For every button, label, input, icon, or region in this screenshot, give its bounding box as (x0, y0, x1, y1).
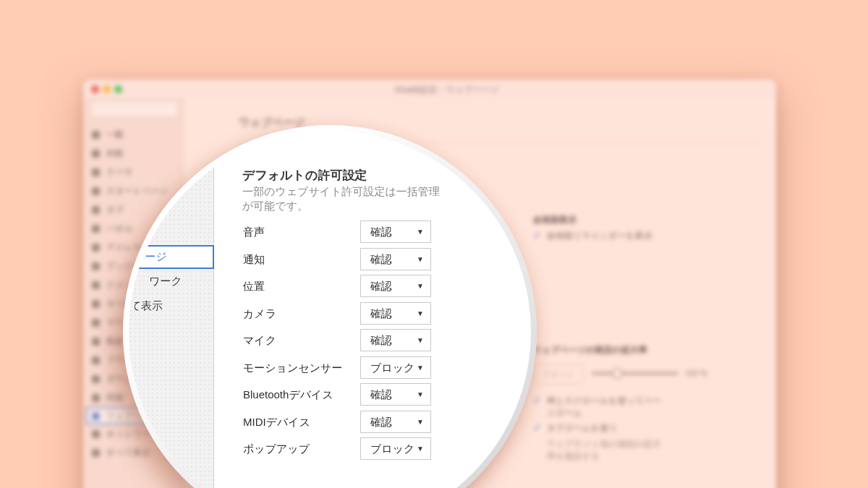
chevron-down-icon: ▼ (417, 411, 424, 432)
window-title: Vivaldi設定：ウェブページ (394, 84, 499, 96)
downloads-icon (92, 375, 100, 383)
sidebar-item-general[interactable]: 一般 (83, 125, 184, 144)
popups-permission-select[interactable]: ブロック ▼ (360, 437, 431, 460)
permission-row-bluetooth: Bluetoothデバイス 確認 ▼ (243, 383, 518, 406)
zoom-window-button[interactable] (114, 85, 122, 93)
sidebar-item-themes[interactable]: テーマ (83, 163, 184, 181)
permission-row-notifications: 通知 確認 ▼ (243, 248, 518, 271)
sync-icon (92, 394, 100, 402)
permissions-section-title: デフォルトの許可設定 (242, 167, 367, 184)
permission-row-midi: MIDIデバイス 確認 ▼ (243, 411, 518, 434)
chevron-down-icon: ▼ (417, 221, 424, 242)
camera-permission-select[interactable]: 確認 ▼ (360, 302, 431, 325)
startpage-icon (92, 187, 100, 195)
bluetooth-permission-select[interactable]: 確認 ▼ (360, 383, 431, 406)
permission-row-popups: ポップアップ ブロック ▼ (243, 437, 518, 461)
search-input[interactable] (90, 101, 178, 117)
close-window-button[interactable] (91, 85, 99, 93)
location-permission-select[interactable]: 確認 ▼ (360, 275, 431, 297)
zoom-value: 100 % (685, 369, 707, 377)
permission-row-location: 位置 確認 ▼ (243, 275, 518, 298)
sidebar-item-appearance[interactable]: 外観 (83, 144, 184, 163)
globe-icon (92, 412, 100, 420)
microphone-permission-select[interactable]: 確認 ▼ (360, 329, 431, 351)
permission-row-camera: カメラ 確認 ▼ (243, 302, 518, 325)
fullscreen-section-title: 全画面表示 (533, 214, 576, 226)
chevron-down-icon: ▼ (417, 275, 424, 296)
checkmark-icon: ✓ (533, 422, 542, 433)
chevron-down-icon: ▼ (417, 357, 424, 378)
minimize-window-button[interactable] (103, 85, 111, 93)
magnified-sidebar-item-network[interactable]: ネットワーク (148, 275, 212, 289)
zoom-section-title: ウェブページの既定の拡大率 (533, 344, 647, 356)
tab-zoom-checkbox[interactable]: ✓ タブズームを使う (533, 422, 662, 435)
meta-scroll-zoom-checkbox[interactable]: ✓ ⌘とスクロールを使ってページズーム (533, 395, 662, 419)
permission-row-motion-sensors: モーションセンサー ブロック ▼ (243, 356, 518, 380)
tab-zoom-note: ウェブサイト毎の個別の拡大率を指定する (547, 438, 670, 463)
sidebar-item-startpage[interactable]: スタートページ (83, 181, 184, 200)
quickcommands-icon (92, 281, 100, 289)
permissions-section-description: 一部のウェブサイト許可設定は一括管理が可能です。 (242, 184, 443, 213)
tabs-icon (92, 206, 100, 214)
bookmarks-icon (92, 262, 100, 270)
mouse-icon (92, 319, 100, 327)
network-icon (92, 430, 100, 438)
notifications-permission-select[interactable]: 確認 ▼ (360, 248, 431, 270)
sound-permission-select[interactable]: 確認 ▼ (360, 221, 431, 243)
appearance-icon (92, 150, 100, 158)
search-icon (92, 338, 100, 346)
zoom-slider-thumb[interactable] (612, 368, 623, 379)
general-icon (92, 131, 100, 139)
chevron-down-icon: ▼ (417, 330, 424, 351)
privacy-icon (92, 356, 100, 364)
window-titlebar: Vivaldi設定：ウェブページ (83, 80, 776, 98)
checkmark-icon: ✓ (533, 395, 542, 406)
addressbar-icon (92, 244, 100, 252)
permission-row-microphone: マイク 確認 ▼ (243, 329, 518, 352)
zoom-slider-track[interactable] (592, 372, 678, 374)
themes-icon (92, 168, 100, 176)
chevron-down-icon: ▼ (417, 438, 424, 459)
motion-sensors-permission-select[interactable]: ブロック ▼ (360, 356, 431, 379)
chevron-down-icon: ▼ (417, 249, 424, 270)
panel-icon (92, 225, 100, 233)
midi-permission-select[interactable]: 確認 ▼ (360, 411, 431, 433)
chevron-down-icon: ▼ (417, 384, 424, 405)
showall-icon (92, 449, 100, 457)
permission-row-sound: 音声 確認 ▼ (243, 221, 518, 244)
checkmark-icon: ✓ (533, 230, 542, 241)
reset-zoom-button[interactable]: リセット (533, 364, 584, 384)
keyboard-icon (92, 300, 100, 308)
chevron-down-icon: ▼ (417, 303, 424, 324)
magnified-sidebar-item-showall[interactable]: すべて表示 (135, 299, 207, 314)
fullscreen-reminder-checkbox[interactable]: ✓ 全画面リマインダーを表示 (533, 230, 678, 242)
